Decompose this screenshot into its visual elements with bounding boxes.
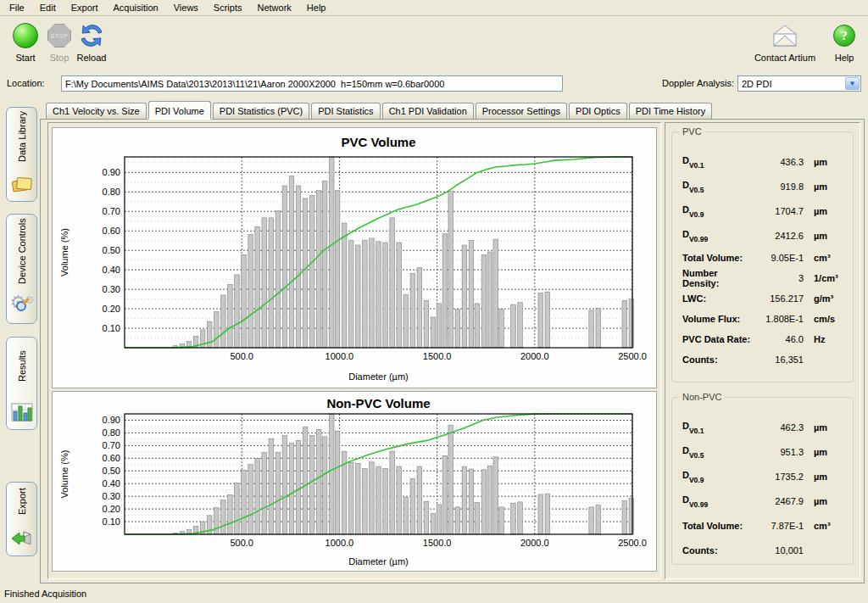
pvc-stat-row: Total Volume:9.05E-1cm³ — [682, 248, 848, 268]
stat-unit: µm — [809, 157, 848, 167]
nonpvc-stat-row: Counts:10,001 — [682, 538, 848, 562]
menu-item-views[interactable]: Views — [166, 1, 206, 15]
stat-unit: µm — [809, 447, 848, 457]
svg-text:0.60: 0.60 — [103, 226, 120, 236]
svg-text:1000.0: 1000.0 — [326, 538, 354, 548]
stat-value: 46.0 — [754, 334, 809, 344]
sidebar-item-label: Data Library — [17, 108, 27, 170]
menu-item-file[interactable]: File — [2, 1, 32, 15]
location-input[interactable] — [61, 75, 563, 92]
svg-text:Volume (%): Volume (%) — [59, 450, 70, 499]
menu-item-edit[interactable]: Edit — [32, 1, 64, 15]
stat-label: DV0.99 — [682, 229, 754, 242]
help-icon: ? — [833, 25, 855, 47]
device-controls-gears-icon: ⚙⚙ — [10, 295, 34, 317]
nonpvc-groupbox-title: Non-PVC — [679, 392, 725, 402]
location-label: Location: — [7, 78, 45, 88]
stat-unit: Hz — [809, 334, 848, 344]
stat-value: 2412.6 — [754, 231, 809, 241]
envelope-icon — [771, 25, 799, 47]
charts-region: 500.01000.01500.02000.02500.00.100.200.3… — [47, 122, 661, 579]
nonpvc-stat-row: DV0.5951.3µm — [682, 439, 848, 464]
tab-pdi-volume[interactable]: PDI Volume — [148, 101, 211, 119]
pvc-volume-chart-panel: 500.01000.01500.02000.02500.00.100.200.3… — [52, 127, 657, 388]
tab-pdi-statistics-pvc-[interactable]: PDI Statistics (PVC) — [213, 103, 309, 119]
nonpvc-stat-row: DV0.91735.2µm — [682, 464, 848, 489]
doppler-analysis-select[interactable]: 2D PDI ▼ — [737, 75, 861, 92]
stat-label: DV0.9 — [682, 470, 754, 483]
svg-text:1500.0: 1500.0 — [423, 351, 452, 361]
menu-bar: FileEditExportAcquisitionViewsScriptsNet… — [0, 0, 868, 16]
svg-text:1500.0: 1500.0 — [423, 538, 452, 548]
menu-item-help[interactable]: Help — [299, 1, 334, 15]
stat-unit: cm³ — [809, 253, 848, 263]
status-text: Finished Acquisition — [4, 589, 86, 599]
tab-processor-settings[interactable]: Processor Settings — [476, 103, 567, 119]
reload-button[interactable]: Reload — [68, 21, 115, 63]
toolbar: Start STOP Stop Reload Contact Artium ? … — [0, 18, 868, 72]
svg-text:1000.0: 1000.0 — [326, 351, 354, 361]
tab-pdi-optics[interactable]: PDI Optics — [569, 103, 627, 119]
reload-label: Reload — [68, 53, 115, 63]
pvc-stat-row: LWC:156.217g/m³ — [682, 288, 848, 309]
nonpvc-volume-chart-panel: 500.01000.01500.02000.02500.00.100.200.3… — [52, 391, 657, 572]
stat-value: 7.87E-1 — [754, 521, 809, 531]
stat-label: Counts: — [682, 545, 754, 556]
stat-unit: g/m³ — [809, 293, 848, 304]
tab-pdi-time-history[interactable]: PDI Time History — [629, 103, 713, 119]
tab-ch1-velocity-vs-size[interactable]: Ch1 Velocity vs. Size — [46, 103, 147, 119]
stat-unit: µm — [809, 231, 848, 241]
stat-label: DV0.99 — [682, 494, 754, 507]
stat-label: DV0.5 — [682, 180, 754, 193]
svg-text:Diameter (µm): Diameter (µm) — [348, 556, 409, 567]
pvc-stat-row: Volume Flux:1.808E-1cm/s — [682, 309, 848, 329]
sidebar-item-results[interactable]: Results — [6, 337, 37, 430]
tab-ch1-pdi-validation[interactable]: Ch1 PDI Validation — [382, 103, 474, 119]
contact-artium-label: Contact Artium — [749, 53, 821, 63]
svg-text:0.20: 0.20 — [103, 504, 120, 514]
tab-strip: Ch1 Velocity vs. SizePDI VolumePDI Stati… — [40, 101, 865, 119]
stat-value: 1735.2 — [754, 472, 809, 482]
sidebar-item-export[interactable]: Export — [6, 482, 37, 556]
svg-text:0.70: 0.70 — [103, 206, 120, 216]
menu-item-export[interactable]: Export — [64, 1, 106, 15]
pvc-stat-row: DV0.91704.7µm — [682, 198, 848, 223]
svg-text:Non-PVC Volume: Non-PVC Volume — [326, 396, 430, 410]
status-bar: Finished Acquisition — [0, 584, 868, 603]
svg-text:Volume (%): Volume (%) — [59, 228, 70, 276]
stat-label: Volume Flux: — [682, 314, 754, 324]
svg-text:2000.0: 2000.0 — [520, 351, 549, 361]
menu-item-network[interactable]: Network — [249, 1, 298, 15]
sidebar-item-device-controls[interactable]: Device Controls⚙⚙ — [6, 214, 37, 324]
menu-item-scripts[interactable]: Scripts — [206, 1, 250, 15]
chevron-down-icon: ▼ — [845, 77, 860, 90]
doppler-analysis-value: 2D PDI — [738, 79, 845, 89]
export-arrow-icon — [10, 528, 34, 550]
stat-label: Number Density: — [682, 268, 754, 288]
svg-text:0.80: 0.80 — [103, 427, 120, 438]
sidebar-item-data-library[interactable]: Data Library — [6, 107, 37, 202]
nonpvc-stat-row: Total Volume:7.87E-1cm³ — [682, 513, 848, 538]
svg-text:PVC Volume: PVC Volume — [341, 135, 415, 149]
doppler-analysis-label: Doppler Analysis: — [662, 78, 734, 88]
tab-pdi-statistics[interactable]: PDI Statistics — [311, 103, 380, 119]
sidebar-item-label: Results — [17, 338, 27, 398]
menu-item-acquisition[interactable]: Acquisition — [106, 1, 166, 15]
start-icon — [13, 23, 38, 48]
help-label: Help — [826, 53, 863, 63]
svg-text:0.40: 0.40 — [103, 265, 120, 275]
nonpvc-stat-row: DV0.992467.9µm — [682, 489, 848, 513]
contact-artium-button[interactable]: Contact Artium — [749, 21, 821, 63]
stat-label: DV0.5 — [682, 445, 754, 458]
stat-unit: µm — [809, 422, 848, 433]
help-button[interactable]: ? Help — [826, 21, 863, 63]
svg-text:0.60: 0.60 — [103, 453, 120, 463]
svg-text:0.40: 0.40 — [103, 478, 120, 489]
pvc-stat-row: PVC Data Rate:46.0Hz — [682, 329, 848, 349]
svg-text:0.30: 0.30 — [103, 491, 120, 501]
svg-text:Diameter (µm): Diameter (µm) — [348, 371, 409, 382]
stat-value: 2467.9 — [754, 496, 809, 506]
stat-label: LWC: — [682, 293, 754, 304]
svg-text:2500.0: 2500.0 — [618, 538, 647, 548]
stat-label: Total Volume: — [682, 521, 754, 531]
